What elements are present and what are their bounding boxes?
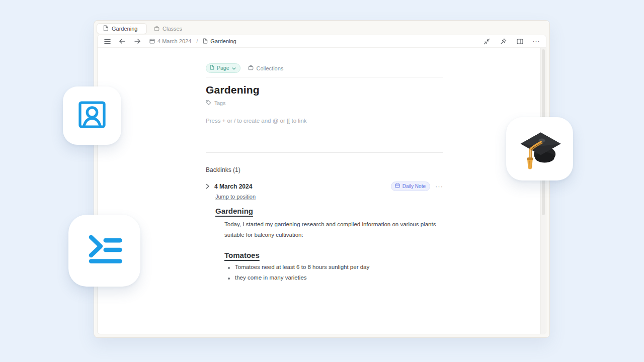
collapse-arrows-icon[interactable] [482,37,491,45]
daily-note-label: Daily Note [403,184,426,189]
more-options-icon[interactable]: ··· [532,37,540,45]
forward-arrow-icon[interactable] [133,37,141,45]
expand-chevron-icon[interactable] [206,184,210,189]
page-icon [210,65,214,71]
toolbar: 4 March 2024 / Gardening [98,35,546,48]
backlink-source-title[interactable]: 4 March 2024 [214,183,252,190]
backlink-paragraph: Today, I started my gardening research a… [224,219,444,241]
contact-app-card [63,86,121,145]
prompt-list-icon [82,227,127,275]
backlink-heading-link[interactable]: Gardening [215,207,253,215]
contact-person-icon [74,97,110,135]
tab-label: Gardening [112,26,137,32]
app-window: Gardening Classes [94,20,550,338]
tag-icon [206,100,211,106]
outline-list-icon[interactable] [103,37,111,45]
page-icon [103,25,109,32]
collections-button[interactable]: Collections [248,65,284,71]
calendar-icon [149,38,155,45]
graduation-cap-icon [516,125,564,172]
chevron-down-icon [232,65,236,71]
bullet-item: Tomatoes need at least 6 to 8 hours sunl… [224,264,443,270]
breadcrumb: 4 March 2024 / Gardening [149,38,236,45]
bullet-item: they come in many varieties [224,275,443,281]
daily-note-badge[interactable]: Daily Note [391,182,430,191]
prompt-app-card [68,215,140,287]
collections-label: Collections [257,65,284,71]
object-type-badge[interactable]: Page [206,63,240,73]
tab-label: Classes [163,26,182,32]
bullet-list: Tomatoes need at least 6 to 8 hours sunl… [224,264,443,281]
divider [206,77,443,77]
type-badge-label: Page [217,65,229,71]
tags-button[interactable]: Tags [206,100,443,106]
backlinks-header: Backlinks (1) [206,166,443,173]
tab-classes[interactable]: Classes [148,23,188,34]
document-panel: 4 March 2024 / Gardening [97,35,546,334]
pin-icon[interactable] [499,37,507,45]
calendar-icon [395,183,400,189]
breadcrumb-date[interactable]: 4 March 2024 [149,38,191,45]
box-icon [248,65,254,71]
editor-placeholder[interactable]: Press + or / to create and @ or [[ to li… [206,118,443,124]
jump-to-position-link[interactable]: Jump to position [215,194,256,200]
education-app-card [506,117,573,180]
box-icon [154,26,159,32]
tab-bar: Gardening Classes [94,21,549,35]
page-icon [203,38,208,45]
page-content: Page Collections Gardening [206,48,443,281]
backlink-subheading-link[interactable]: Tomatoes [224,251,260,259]
tags-label: Tags [214,100,225,106]
scrollbar-track[interactable] [540,48,546,334]
back-arrow-icon[interactable] [118,37,126,45]
breadcrumb-page[interactable]: Gardening [203,38,236,45]
page-title[interactable]: Gardening [206,84,443,96]
breadcrumb-separator: / [196,38,198,44]
tab-gardening[interactable]: Gardening [97,23,147,34]
backlink-row: 4 March 2024 Daily Note ··· [206,182,443,191]
divider [206,152,443,153]
backlink-more-icon[interactable]: ··· [435,184,443,189]
side-panel-icon[interactable] [516,37,524,45]
